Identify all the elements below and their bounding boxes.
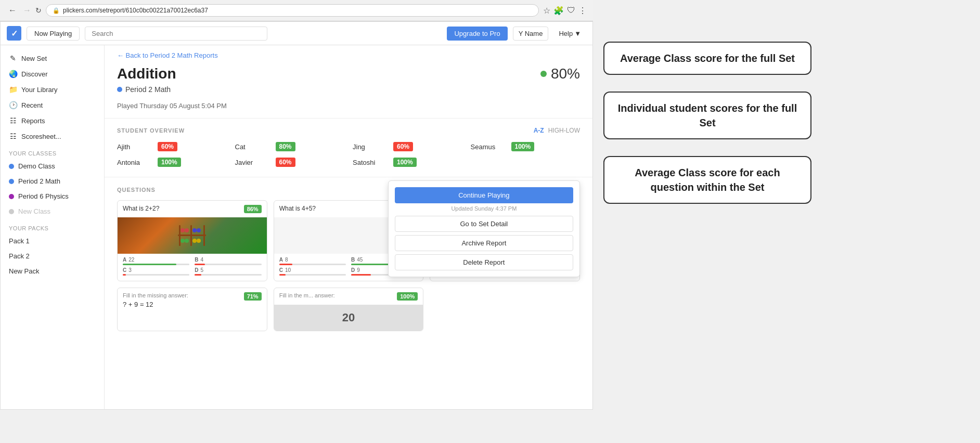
student-name-ajith: Ajith — [117, 143, 153, 151]
user-button[interactable]: Y Name — [513, 27, 549, 41]
help-label: Help — [559, 30, 573, 37]
questions-section-title: QUESTIONS — [117, 187, 156, 193]
sort-buttons: A-Z HIGH-LOW — [534, 127, 580, 134]
sidebar-new-class-label: New Class — [18, 207, 50, 215]
svg-point-6 — [180, 239, 185, 243]
student-score-jing: 60% — [393, 142, 413, 151]
question-1-stats: A22 C3 B4 — [118, 254, 267, 281]
app-container: ✓ Now Playing Upgrade to Pro Y Name Help… — [0, 21, 593, 410]
sidebar-library-label: Your Library — [21, 86, 58, 94]
popup-card: Continue Playing Updated Sunday 4:37 PM … — [388, 180, 580, 277]
student-name-jing: Jing — [353, 143, 389, 151]
student-row-satoshi: Satoshi 100% — [353, 156, 462, 168]
question-card-1[interactable]: What is 2+2? 86% — [117, 200, 267, 281]
sort-highlow-button[interactable]: HIGH-LOW — [548, 127, 580, 134]
question-1-image — [118, 217, 267, 254]
menu-icon[interactable]: ⋮ — [578, 6, 587, 16]
bottom-questions-grid: Fill in the missing answer: ? + 9 = 12 7… — [117, 288, 580, 331]
sidebar-new-pack-label: New Pack — [9, 267, 40, 275]
back-nav-link[interactable]: ← Back to Period 2 Math Reports — [105, 45, 592, 66]
shield-icon[interactable]: 🛡 — [567, 6, 575, 15]
classes-section-title: Your Classes — [1, 144, 104, 159]
sidebar-item-new-class[interactable]: New Class — [1, 204, 104, 219]
sidebar-item-new-set[interactable]: ✎ New Set — [1, 50, 104, 66]
browser-chrome: ← → ↻ 🔒 plickers.com/setreport/610c0bc00… — [0, 0, 593, 21]
demo-class-dot — [9, 164, 14, 169]
question-card-5[interactable]: Fill in the m... answer: 100% 20 — [274, 288, 424, 331]
svg-point-10 — [192, 239, 197, 243]
annotation-2-text: Individual student scores for the full S… — [618, 102, 797, 128]
now-playing-button[interactable]: Now Playing — [27, 27, 80, 41]
annotation-box-2: Individual student scores for the full S… — [603, 92, 811, 139]
sidebar-item-reports[interactable]: ☷ Reports — [1, 113, 104, 128]
annotation-box-1: Average Class score for the full Set — [603, 42, 811, 75]
question-4-equation: ? + 9 = 12 — [123, 301, 188, 308]
svg-point-5 — [185, 228, 189, 232]
sidebar-item-recent[interactable]: 🕑 Recent — [1, 97, 104, 113]
annotation-box-3: Average Class score for each question wi… — [603, 156, 811, 204]
report-title: Addition — [117, 66, 176, 82]
student-overview-section: STUDENT OVERVIEW A-Z HIGH-LOW Ajith — [105, 119, 592, 177]
student-row-javier: Javier 60% — [235, 156, 345, 168]
continue-playing-button[interactable]: Continue Playing — [395, 187, 573, 203]
back-button[interactable]: ← — [6, 5, 19, 16]
archive-report-button[interactable]: Archive Report — [395, 235, 573, 251]
svg-point-11 — [197, 239, 201, 243]
question-5-image: 20 — [274, 305, 423, 331]
sidebar-item-period2-math[interactable]: Period 2 Math — [1, 174, 104, 189]
star-icon[interactable]: ☆ — [543, 6, 550, 16]
sort-az-button[interactable]: A-Z — [534, 127, 544, 134]
svg-point-7 — [185, 239, 189, 243]
main-layout: ✎ New Set 🌏 Discover 📁 Your Library — [1, 45, 592, 409]
report-header: Addition Period 2 Math 80% — [105, 66, 592, 102]
question-card-4[interactable]: Fill in the missing answer: ? + 9 = 12 7… — [117, 288, 267, 331]
student-score-satoshi: 100% — [393, 158, 417, 167]
student-row-cat: Cat 80% — [235, 140, 345, 153]
sidebar-item-new-pack[interactable]: New Pack — [1, 264, 104, 279]
packs-section-title: Your Packs — [1, 219, 104, 233]
class-badge: Period 2 Math — [117, 85, 176, 94]
reload-button[interactable]: ↻ — [35, 6, 42, 15]
svg-rect-3 — [178, 234, 206, 236]
sidebar-pack2-label: Pack 2 — [9, 252, 30, 260]
search-input[interactable] — [85, 27, 267, 41]
address-bar[interactable]: 🔒 plickers.com/setreport/610c0bc00221a70… — [46, 4, 539, 17]
popup-update-text: Updated Sunday 4:37 PM — [395, 205, 573, 212]
sidebar-item-demo-class[interactable]: Demo Class — [1, 159, 104, 174]
period6-dot — [9, 194, 14, 199]
question-4-score: 71% — [244, 292, 262, 301]
student-row-antonia: Antonia 100% — [117, 156, 227, 168]
help-button[interactable]: Help ▼ — [553, 27, 586, 40]
student-score-cat: 80% — [276, 142, 295, 151]
svg-point-9 — [197, 228, 201, 232]
sidebar-item-your-library[interactable]: 📁 Your Library — [1, 82, 104, 97]
sidebar-item-pack2[interactable]: Pack 2 — [1, 249, 104, 264]
sidebar-reports-label: Reports — [21, 117, 45, 125]
sidebar-pack1-label: Pack 1 — [9, 237, 30, 245]
sidebar-item-discover[interactable]: 🌏 Discover — [1, 66, 104, 82]
puzzle-icon[interactable]: 🧩 — [553, 6, 564, 16]
score-display: 80% — [540, 66, 580, 82]
student-row-seamus: Seamus 100% — [471, 140, 581, 153]
sidebar-item-pack1[interactable]: Pack 1 — [1, 233, 104, 249]
new-set-icon: ✎ — [9, 54, 17, 62]
forward-button[interactable]: → — [21, 5, 33, 16]
student-score-javier: 60% — [276, 158, 295, 167]
go-to-set-button[interactable]: Go to Set Detail — [395, 216, 573, 232]
sidebar-item-scoresheet[interactable]: ☷ Scoresheet... — [1, 128, 104, 144]
sidebar-item-period6-physics[interactable]: Period 6 Physics — [1, 189, 104, 204]
discover-icon: 🌏 — [9, 70, 17, 78]
question-card-1-header: What is 2+2? 86% — [118, 201, 267, 217]
question-card-4-header: Fill in the missing answer: ? + 9 = 12 7… — [118, 288, 267, 312]
period2-dot — [9, 179, 14, 184]
upgrade-button[interactable]: Upgrade to Pro — [447, 27, 507, 41]
lock-icon: 🔒 — [53, 7, 60, 14]
student-score-seamus: 100% — [511, 142, 535, 151]
student-name-antonia: Antonia — [117, 159, 153, 166]
new-class-dot — [9, 209, 14, 214]
sidebar-recent-label: Recent — [21, 101, 43, 109]
question-5-label: Fill in the m... answer: — [279, 292, 335, 298]
chevron-down-icon: ▼ — [574, 30, 581, 37]
delete-report-button[interactable]: Delete Report — [395, 254, 573, 270]
logo-button[interactable]: ✓ — [7, 26, 21, 41]
